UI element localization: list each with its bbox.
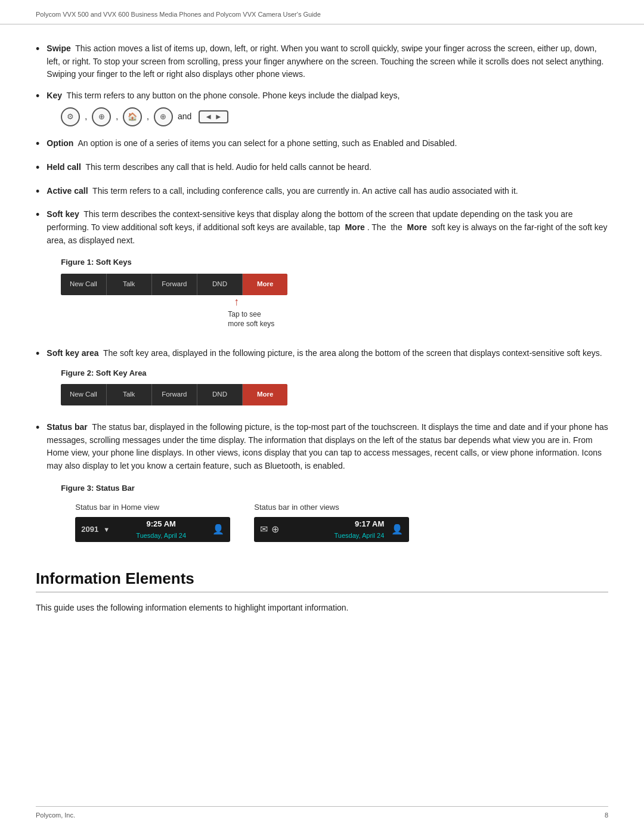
status-bar-other: ✉ ⊕ 9:17 AM Tuesday, April 24 👤	[254, 517, 409, 542]
list-item: • Held call This term describes any call…	[36, 161, 608, 176]
status-home-label: Status bar in Home view	[75, 501, 159, 513]
message-icon: ✉	[260, 522, 268, 537]
figure3-label: Figure 3: Status Bar	[61, 482, 608, 494]
term-softkeyarea: Soft key area	[47, 348, 98, 358]
softkey-forward-1[interactable]: Forward	[152, 274, 197, 295]
info-section-title: Information Elements	[36, 569, 608, 593]
def-key: This term refers to any button on the ph…	[67, 91, 400, 100]
softkey-more-1[interactable]: More	[243, 274, 287, 295]
key-icon-2: ⊕	[92, 107, 111, 126]
tap-arrow-icon: ↑	[234, 296, 608, 307]
softkey-dnd-1[interactable]: DND	[197, 274, 243, 295]
clock-icon: ⊕	[271, 522, 279, 537]
more-soft-keys-text: more soft keys	[228, 320, 274, 328]
figure2-container: Figure 2: Soft Key Area New Call Talk Fo…	[61, 367, 608, 405]
status-home-date: Tuesday, April 24	[114, 531, 208, 541]
list-item: • Soft key area The soft key area, displ…	[36, 347, 608, 413]
softkey-newcall-1[interactable]: New Call	[61, 274, 106, 295]
figure1-label: Figure 1: Soft Keys	[61, 256, 608, 268]
status-home-arrow-icon: ▼	[103, 525, 110, 535]
def-statusbar: The status bar, displayed in the followi…	[47, 422, 608, 470]
bullet-dot: •	[36, 136, 39, 153]
figure2-label: Figure 2: Soft Key Area	[61, 367, 608, 379]
bullet-dot: •	[36, 420, 39, 436]
status-other-label: Status bar in other views	[254, 501, 339, 513]
term-active: Active call	[47, 186, 88, 196]
status-bar-home-item: Status bar in Home view 2091 ▼ 9:25 AM T…	[75, 501, 230, 542]
softkey-more-label-2: More	[257, 389, 273, 400]
bullet-list: • Swipe This action moves a list of item…	[36, 42, 608, 552]
status-home-time-block: 9:25 AM Tuesday, April 24	[114, 518, 208, 540]
softkey-talk-label-2: Talk	[123, 389, 135, 400]
key-icons-row: ⚙ , ⊕ , 🏠 , ⊕ and ◄ ►	[61, 107, 608, 126]
softkey-newcall-label-2: New Call	[70, 389, 97, 400]
bullet-dot: •	[36, 41, 39, 58]
def-swipe: This action moves a list of items up, do…	[47, 44, 603, 79]
softkey-talk-1[interactable]: Talk	[107, 274, 152, 295]
list-item: • Option An option is one of a series of…	[36, 137, 608, 153]
bullet-content-statusbar: Status bar The status bar, displayed in …	[47, 421, 608, 552]
status-other-time-top: 9:17 AM	[283, 518, 384, 530]
bullet-content-softkeyarea: Soft key area The soft key area, display…	[47, 347, 608, 413]
softkey-more-2[interactable]: More	[243, 384, 287, 405]
bullet-dot: •	[36, 346, 39, 363]
figure1-container: Figure 1: Soft Keys New Call Talk Forwar…	[61, 256, 608, 329]
term-held: Held call	[47, 162, 81, 172]
page-header: Polycom VVX 500 and VVX 600 Business Med…	[0, 0, 644, 24]
softkey-newcall-label-1: New Call	[70, 279, 97, 290]
bullet-content-softkey: Soft key This term describes the context…	[47, 208, 608, 339]
list-item: • Active call This term refers to a call…	[36, 185, 608, 200]
status-other-date: Tuesday, April 24	[283, 531, 384, 541]
key-icon-1: ⚙	[61, 107, 80, 126]
def-softkey-suffix: . The	[367, 222, 386, 232]
bullet-content-swipe: Swipe This action moves a list of items …	[47, 42, 608, 81]
footer-left: Polycom, Inc.	[36, 812, 75, 819]
term-statusbar: Status bar	[47, 422, 87, 432]
softkey-newcall-2[interactable]: New Call	[61, 384, 106, 405]
soft-keys-bar-1: New Call Talk Forward DND More	[61, 274, 287, 295]
term-option: Option	[47, 138, 73, 148]
key-icon-3: 🏠	[123, 107, 142, 126]
status-home-person-icon: 👤	[212, 522, 224, 537]
and-text: and	[178, 110, 191, 123]
bullet-dot: •	[36, 207, 39, 224]
status-other-time-block: 9:17 AM Tuesday, April 24	[283, 518, 384, 540]
term-key: Key	[47, 91, 62, 100]
softkey-dnd-2[interactable]: DND	[197, 384, 243, 405]
softkey-talk-label-1: Talk	[123, 279, 135, 290]
status-home-time-top: 9:25 AM	[114, 518, 208, 530]
bullet-dot: •	[36, 160, 39, 176]
bullet-dot: •	[36, 184, 39, 200]
the-text: the	[391, 222, 402, 232]
bullet-content-active: Active call This term refers to a call, …	[47, 185, 608, 198]
status-bar-home: 2091 ▼ 9:25 AM Tuesday, April 24 👤	[75, 517, 230, 542]
softkey-dnd-label-2: DND	[212, 389, 227, 400]
status-home-number: 2091	[81, 524, 98, 535]
def-held: This term describes any call that is hel…	[85, 162, 371, 172]
more-ref-2: More	[407, 222, 426, 232]
bullet-content-key: Key This term refers to any button on th…	[47, 89, 608, 129]
key-icon-4: ⊕	[154, 107, 173, 126]
softkey-forward-label-2: Forward	[162, 389, 187, 400]
list-item: • Soft key This term describes the conte…	[36, 208, 608, 339]
status-other-person-icon: 👤	[391, 522, 403, 537]
list-item: • Status bar The status bar, displayed i…	[36, 421, 608, 552]
list-item: • Key This term refers to any button on …	[36, 89, 608, 129]
figure3-container: Figure 3: Status Bar Status bar in Home …	[61, 482, 608, 542]
bullet-content-option: Option An option is one of a series of i…	[47, 137, 608, 150]
key-icon-rect: ◄ ►	[199, 110, 228, 123]
tap-annotation: Tap to see more soft keys	[228, 309, 608, 330]
page-footer: Polycom, Inc. 8	[36, 806, 608, 819]
soft-keys-bar-2: New Call Talk Forward DND More	[61, 384, 287, 405]
list-item: • Swipe This action moves a list of item…	[36, 42, 608, 81]
status-bar-figures: Status bar in Home view 2091 ▼ 9:25 AM T…	[75, 501, 608, 542]
softkey-more-label-1: More	[257, 279, 273, 290]
softkey-forward-2[interactable]: Forward	[152, 384, 197, 405]
softkey-forward-label-1: Forward	[162, 279, 187, 290]
bullet-content-held: Held call This term describes any call t…	[47, 161, 608, 174]
header-text: Polycom VVX 500 and VVX 600 Business Med…	[36, 11, 321, 18]
tap-text: Tap to see	[228, 310, 261, 318]
def-softkeyarea: The soft key area, displayed in the foll…	[103, 348, 602, 358]
softkey-talk-2[interactable]: Talk	[107, 384, 152, 405]
term-softkey: Soft key	[47, 209, 79, 219]
